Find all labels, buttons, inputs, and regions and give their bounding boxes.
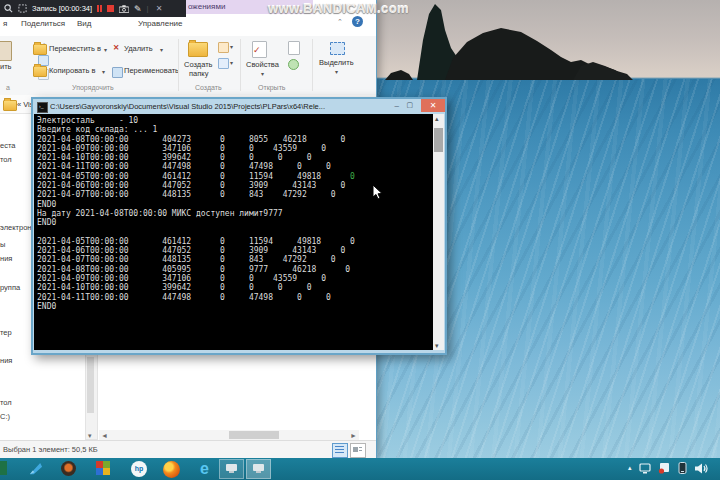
rename-icon[interactable] bbox=[112, 67, 123, 78]
console-text: Электросталь - 10Введите код склада: ...… bbox=[37, 116, 355, 311]
console-line: END0 bbox=[37, 218, 355, 227]
console-line: 2021-04-10T00:00:00 399642 0 0 0 0 bbox=[37, 283, 355, 292]
tab-manage[interactable]: Управление bbox=[138, 19, 182, 28]
stop-icon[interactable] bbox=[107, 5, 114, 12]
scrollbar-thumb[interactable] bbox=[87, 357, 94, 413]
chevron-down-icon[interactable]: ▾ bbox=[104, 46, 107, 53]
scroll-down-icon[interactable]: ▾ bbox=[435, 342, 439, 349]
ribbon-collapse-icon[interactable]: ⌃ bbox=[337, 18, 343, 26]
firefox-taskbar-icon[interactable] bbox=[163, 461, 180, 478]
new-folder-button[interactable]: Создать bbox=[184, 60, 213, 69]
console-output: Электросталь - 10Введите код склада: ...… bbox=[34, 114, 444, 350]
capture-area-icon[interactable] bbox=[18, 4, 27, 13]
properties-button[interactable]: Свойства bbox=[246, 60, 279, 69]
console-line: 2021-04-06T00:00:00 447052 0 3909 43143 … bbox=[37, 246, 355, 255]
nav-item-recent-places[interactable]: еста bbox=[0, 141, 15, 150]
ribbon-tabs-row: я Поделиться Вид Управление bbox=[0, 14, 376, 37]
device-tray-icon[interactable] bbox=[677, 462, 688, 474]
chevron-down-icon[interactable]: ▾ bbox=[230, 59, 233, 66]
screen: ожениями я Поделиться Вид Управление ⌃ ?… bbox=[0, 0, 720, 480]
chevron-down-icon[interactable]: ▾ bbox=[335, 68, 338, 75]
move-to-icon[interactable] bbox=[33, 44, 47, 55]
new-item-icon[interactable] bbox=[218, 42, 229, 53]
chevron-down-icon[interactable]: ▾ bbox=[261, 70, 264, 77]
internet-explorer-taskbar-icon[interactable]: e bbox=[196, 461, 213, 478]
details-view-button[interactable] bbox=[332, 443, 348, 458]
edit-icon[interactable] bbox=[288, 41, 300, 55]
console-line: 2021-04-08T00:00:00 404273 0 8055 46218 … bbox=[37, 135, 355, 144]
office-grid-taskbar-icon[interactable] bbox=[96, 461, 110, 475]
move-to-button[interactable]: Переместить в bbox=[49, 44, 101, 53]
rename-button[interactable]: Переименовать bbox=[124, 66, 179, 75]
maximize-icon[interactable]: ▢ bbox=[406, 101, 413, 109]
delete-icon[interactable]: ✕ bbox=[113, 43, 119, 52]
nav-item-videos[interactable]: ния bbox=[0, 356, 12, 365]
history-icon[interactable] bbox=[288, 59, 299, 70]
nav-item-documents[interactable]: ы bbox=[0, 240, 5, 249]
easy-access-icon[interactable] bbox=[218, 58, 229, 69]
close-icon[interactable]: ✕ bbox=[421, 99, 445, 112]
console-line: На дату 2021-04-08T00:00:00 МИКС доступе… bbox=[37, 209, 355, 218]
copy-to-button[interactable]: Копировать в bbox=[49, 66, 95, 75]
blue-app-taskbar-icon[interactable] bbox=[28, 461, 43, 476]
scrollbar-thumb[interactable] bbox=[434, 128, 443, 152]
dark-circle-app-taskbar-icon[interactable] bbox=[61, 461, 76, 476]
nav-item-computer[interactable]: тер bbox=[0, 328, 12, 337]
open-app-taskbar-button[interactable] bbox=[219, 459, 244, 479]
close-icon[interactable]: ✕ bbox=[156, 4, 163, 13]
volume-tray-icon[interactable] bbox=[695, 463, 708, 474]
hp-taskbar-icon[interactable]: hp bbox=[131, 461, 147, 477]
nav-pane-scrollbar[interactable]: ▾ bbox=[85, 354, 98, 440]
draw-pencil-icon[interactable]: ✎ bbox=[134, 4, 142, 14]
help-icon[interactable]: ? bbox=[352, 16, 363, 27]
scroll-down-icon[interactable]: ▾ bbox=[88, 432, 92, 439]
delete-button[interactable]: Удалить bbox=[124, 44, 153, 53]
active-app-taskbar-button[interactable] bbox=[246, 459, 271, 479]
organize-group-label: Упорядочить bbox=[72, 84, 114, 91]
console-line: 2021-04-09T00:00:00 347106 0 0 43559 0 bbox=[37, 144, 355, 153]
alert-badge-tray-icon[interactable] bbox=[658, 462, 670, 474]
chevron-down-icon[interactable]: ▾ bbox=[230, 43, 233, 50]
select-button[interactable]: Выделить bbox=[319, 58, 354, 67]
console-line: 2021-04-07T00:00:00 448135 0 843 47292 0 bbox=[37, 190, 355, 199]
taskbar: hp e ▴ bbox=[0, 458, 720, 480]
nav-item-homegroup[interactable]: руппа bbox=[0, 283, 20, 292]
scroll-left-icon[interactable]: ◄ bbox=[101, 432, 108, 439]
ribbon: ить ✂ а Переместить в ▾ Копировать в ▾ ✕… bbox=[0, 36, 376, 96]
tab-home-fragment[interactable]: я bbox=[3, 19, 7, 28]
console-line: END0 bbox=[37, 200, 355, 209]
ribbon-separator bbox=[178, 39, 179, 91]
console-line: END0 bbox=[37, 302, 355, 311]
chevron-down-icon[interactable]: ▾ bbox=[160, 46, 163, 53]
thumbnail-view-button[interactable] bbox=[350, 443, 366, 458]
excel-taskbar-icon[interactable] bbox=[0, 461, 7, 475]
bandicam-toolbar: Запись [00:00:34] ✎ | ✕ bbox=[0, 0, 186, 17]
search-icon[interactable] bbox=[4, 4, 13, 13]
paste-icon[interactable] bbox=[0, 41, 12, 61]
network-tray-icon[interactable] bbox=[639, 463, 651, 474]
scrollbar-thumb[interactable] bbox=[229, 431, 279, 439]
console-line: Введите код склада: ... 1 bbox=[37, 125, 355, 134]
new-folder-icon[interactable] bbox=[188, 42, 208, 57]
scroll-up-icon[interactable]: ▴ bbox=[435, 115, 439, 122]
paste-label-fragment[interactable]: ить bbox=[0, 62, 12, 71]
nav-item-desktop-2[interactable]: тол bbox=[0, 398, 12, 407]
nav-item-local-disk-c[interactable]: C:) bbox=[0, 412, 10, 421]
console-title-bar[interactable]: C:\Users\Gayvoronskiy\Documents\Visual S… bbox=[33, 99, 445, 114]
select-all-icon[interactable] bbox=[330, 42, 345, 55]
tab-view[interactable]: Вид bbox=[77, 19, 91, 28]
nav-item-pictures[interactable]: ния bbox=[0, 254, 12, 263]
chevron-down-icon[interactable]: ▾ bbox=[102, 68, 105, 75]
console-scrollbar[interactable]: ▴ ▾ bbox=[433, 114, 444, 350]
pause-icon[interactable] bbox=[97, 5, 102, 12]
ribbon-separator bbox=[240, 39, 241, 91]
camera-icon[interactable] bbox=[119, 5, 129, 13]
nav-item-desktop[interactable]: тол bbox=[0, 155, 12, 164]
new-folder-button-line2[interactable]: папку bbox=[189, 69, 208, 78]
minimize-icon[interactable]: – bbox=[395, 101, 399, 110]
tab-share[interactable]: Поделиться bbox=[21, 19, 65, 28]
copy-to-icon[interactable] bbox=[33, 66, 47, 77]
tray-expand-icon[interactable]: ▴ bbox=[628, 464, 632, 472]
scroll-right-icon[interactable]: ► bbox=[350, 432, 357, 439]
nav-item-mail[interactable]: электрон bbox=[0, 223, 32, 232]
